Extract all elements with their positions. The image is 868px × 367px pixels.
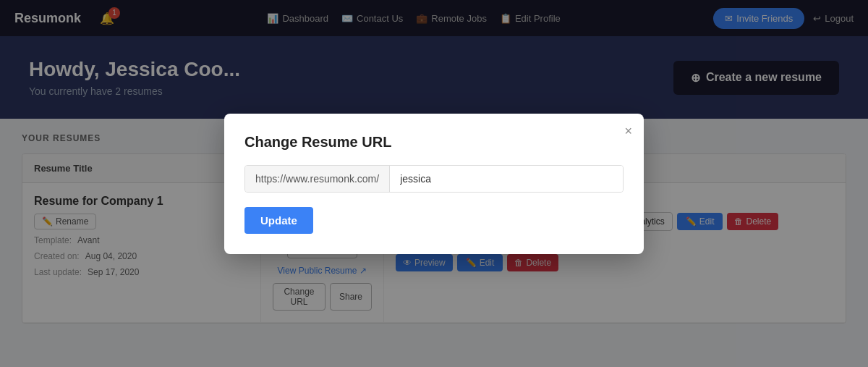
modal-close-button[interactable]: × [624, 124, 632, 139]
url-slug-input[interactable] [390, 166, 623, 192]
change-url-modal: Change Resume URL × https://www.resumonk… [224, 114, 644, 254]
modal-overlay[interactable]: Change Resume URL × https://www.resumonk… [0, 0, 868, 338]
update-url-button[interactable]: Update [244, 207, 313, 234]
url-prefix: https://www.resumonk.com/ [245, 166, 390, 192]
modal-title: Change Resume URL [244, 134, 624, 151]
url-input-group: https://www.resumonk.com/ [244, 165, 624, 193]
